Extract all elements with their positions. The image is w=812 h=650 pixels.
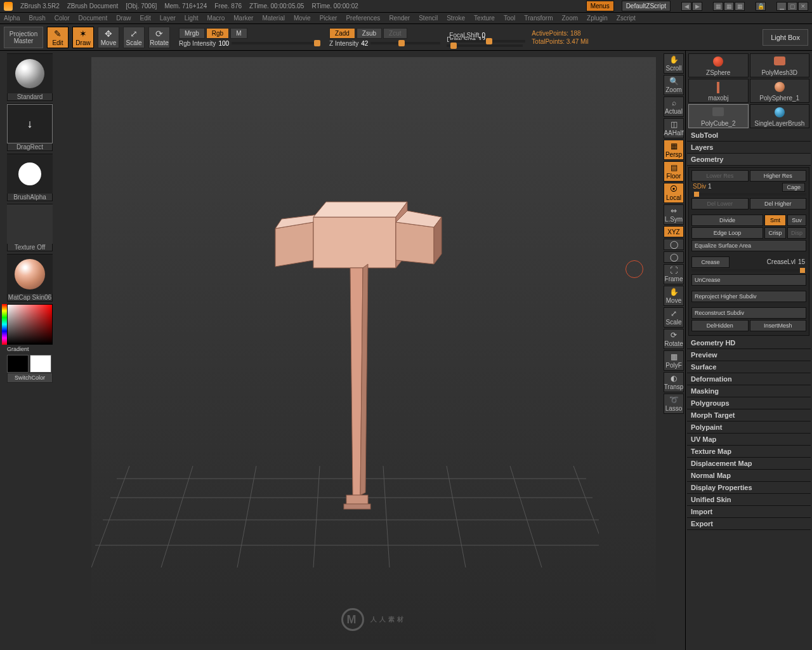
z-intensity-slider[interactable] xyxy=(370,42,440,44)
del-lower-button[interactable]: Del Lower xyxy=(691,198,749,209)
section-deformation[interactable]: Deformation xyxy=(687,373,811,385)
menu-brush[interactable]: Brush xyxy=(29,15,46,22)
hue-strip[interactable] xyxy=(2,304,7,345)
uncrease-button[interactable]: UnCrease xyxy=(691,274,806,286)
menu-layer[interactable]: Layer xyxy=(160,15,176,22)
lightbox-button[interactable]: Light Box xyxy=(763,29,808,46)
tool-polycube[interactable]: PolyCube_2 xyxy=(688,104,749,128)
menu-zplugin[interactable]: Zplugin xyxy=(587,15,608,22)
texture-selector[interactable]: Texture Off xyxy=(7,204,53,251)
tool-zsphere[interactable]: ZSphere xyxy=(688,53,749,77)
alpha-selector[interactable]: BrushAlpha xyxy=(7,154,53,201)
local-button[interactable]: ⦿Local xyxy=(664,183,684,203)
color-picker[interactable]: Gradient SwitchColor xyxy=(7,304,53,383)
section-morph-target[interactable]: Morph Target xyxy=(687,409,811,421)
edge-loop-button[interactable]: Edge Loop xyxy=(691,227,763,239)
insertmesh-button[interactable]: InsertMesh xyxy=(750,320,807,331)
m-button[interactable]: M xyxy=(230,28,247,39)
axis-z-button[interactable]: ◯ xyxy=(664,251,684,263)
section-import[interactable]: Import xyxy=(687,506,811,518)
scale-button[interactable]: ⤢Scale xyxy=(123,27,145,48)
rgb-button[interactable]: Rgb xyxy=(206,28,229,39)
layout-c-icon[interactable]: ▦ xyxy=(735,2,745,11)
focal-shift-slider[interactable] xyxy=(449,40,525,43)
smt-button[interactable]: Smt xyxy=(764,215,786,226)
menu-movie[interactable]: Movie xyxy=(294,15,311,22)
mrgb-button[interactable]: Mrgb xyxy=(179,28,205,39)
nav-scale-button[interactable]: ⤢Scale xyxy=(664,307,684,328)
draw-size-slider[interactable] xyxy=(447,44,523,47)
menu-texture[interactable]: Texture xyxy=(474,15,495,22)
menu-edit[interactable]: Edit xyxy=(140,15,151,22)
menu-zoom[interactable]: Zoom xyxy=(561,15,578,22)
aahalf-button[interactable]: ◫AAHalf xyxy=(664,118,684,138)
default-zscript-button[interactable]: DefaultZScript xyxy=(622,1,671,11)
delhidden-button[interactable]: DelHidden xyxy=(691,320,749,331)
layout-b-icon[interactable]: ▦ xyxy=(724,2,734,11)
rotate-button[interactable]: ⟳Rotate xyxy=(148,27,170,48)
axis-y-button[interactable]: ◯ xyxy=(664,239,684,250)
nav-rotate-button[interactable]: ⟳Rotate xyxy=(664,329,684,349)
del-higher-button[interactable]: Del Higher xyxy=(750,198,807,209)
rgb-intensity-slider[interactable] xyxy=(232,42,320,44)
tool-polysphere[interactable]: PolySphere_1 xyxy=(750,79,810,103)
disp-button[interactable]: Disp xyxy=(787,227,806,239)
menus-button[interactable]: Menus xyxy=(586,1,614,11)
menu-stroke[interactable]: Stroke xyxy=(447,15,465,22)
tray-left-icon[interactable]: ◀ xyxy=(681,2,691,11)
cage-button[interactable]: Cage xyxy=(782,183,805,192)
section-geometry[interactable]: Geometry xyxy=(687,154,811,166)
zoom-button[interactable]: 🔍Zoom xyxy=(664,75,684,95)
xyz-button[interactable]: XYZ xyxy=(664,226,684,237)
floor-button[interactable]: ▤Floor xyxy=(664,161,684,182)
canvas[interactable]: M 人人素材 xyxy=(91,57,656,644)
menu-marker[interactable]: Marker xyxy=(233,15,253,22)
lower-res-button[interactable]: Lower Res xyxy=(691,170,749,182)
sdiv-slider[interactable] xyxy=(691,193,806,196)
higher-res-button[interactable]: Higher Res xyxy=(750,170,807,182)
color-primary[interactable] xyxy=(7,355,29,373)
maximize-icon[interactable]: ▢ xyxy=(787,2,797,11)
scroll-button[interactable]: ✋Scroll xyxy=(664,53,684,74)
section-geometry-hd[interactable]: Geometry HD xyxy=(687,337,811,349)
section-displacement-map[interactable]: Displacement Map xyxy=(687,458,811,470)
zsub-button[interactable]: Zsub xyxy=(357,28,382,39)
menu-macro[interactable]: Macro xyxy=(207,15,225,22)
actual-button[interactable]: ⌕Actual xyxy=(664,96,684,117)
section-polygroups[interactable]: Polygroups xyxy=(687,397,811,409)
draw-button[interactable]: ✶Draw xyxy=(72,27,94,48)
tool-singlelayer[interactable]: SingleLayerBrush xyxy=(750,104,810,128)
menu-material[interactable]: Material xyxy=(262,15,285,22)
lock-icon[interactable]: 🔒 xyxy=(756,2,766,11)
tool-polymesh3d[interactable]: PolyMesh3D xyxy=(750,53,810,77)
frame-button[interactable]: ⛶Frame xyxy=(664,264,684,284)
section-display-properties[interactable]: Display Properties xyxy=(687,482,811,494)
equalize-button[interactable]: Equalize Surface Area xyxy=(691,240,806,251)
move-button[interactable]: ✥Move xyxy=(98,27,119,48)
switch-color-button[interactable]: SwitchColor xyxy=(7,373,53,383)
transp-button[interactable]: ◐Transp xyxy=(664,372,684,392)
nav-move-button[interactable]: ✋Move xyxy=(664,286,684,306)
crease-button[interactable]: Crease xyxy=(691,256,730,268)
lsym-button[interactable]: ⇔L.Sym xyxy=(664,204,684,225)
minimize-icon[interactable]: ▁ xyxy=(776,2,787,11)
section-polypaint[interactable]: Polypaint xyxy=(687,421,811,434)
zcut-button[interactable]: Zcut xyxy=(383,28,407,39)
layout-a-icon[interactable]: ▦ xyxy=(713,2,723,11)
menu-transform[interactable]: Transform xyxy=(524,15,553,22)
section-normal-map[interactable]: Normal Map xyxy=(687,470,811,482)
edit-button[interactable]: ✎Edit xyxy=(47,27,69,48)
section-texture-map[interactable]: Texture Map xyxy=(687,446,811,458)
material-selector[interactable]: MatCap Skin06 xyxy=(7,254,53,302)
section-surface[interactable]: Surface xyxy=(687,361,811,373)
menu-zscript[interactable]: Zscript xyxy=(617,15,636,22)
lasso-button[interactable]: ➰Lasso xyxy=(664,394,684,414)
section-export[interactable]: Export xyxy=(687,518,811,530)
menu-document[interactable]: Document xyxy=(79,15,108,22)
menu-alpha[interactable]: Alpha xyxy=(4,15,20,22)
section-masking[interactable]: Masking xyxy=(687,385,811,397)
reproject-button[interactable]: Reproject Higher Subdiv xyxy=(691,291,806,302)
polyf-button[interactable]: ▦PolyF xyxy=(664,350,684,371)
reconstruct-button[interactable]: Reconstruct Subdiv xyxy=(691,307,806,319)
menu-light[interactable]: Light xyxy=(185,15,199,22)
